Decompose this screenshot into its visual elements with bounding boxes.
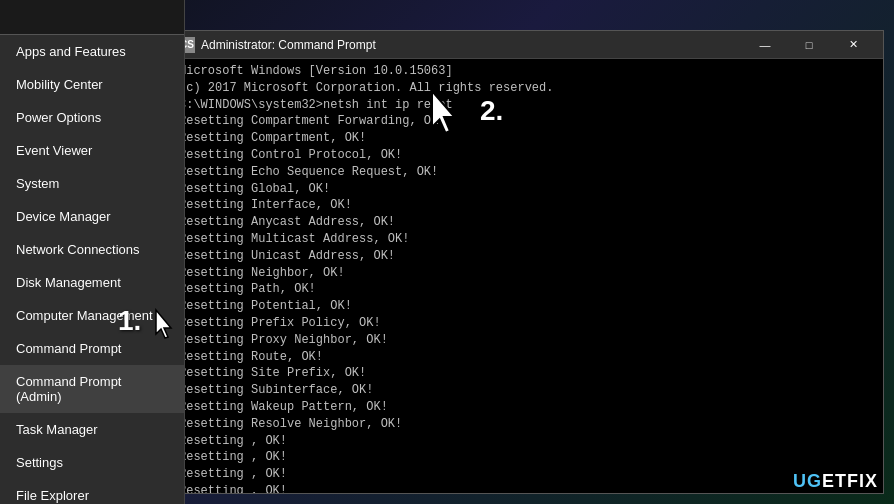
menu-item-label: Mobility Center xyxy=(16,77,103,92)
cmd-line: Resetting Unicast Address, OK! xyxy=(179,248,875,265)
cmd-line: C:\WINDOWS\system32>netsh int ip reset xyxy=(179,97,875,114)
cmd-line: Microsoft Windows [Version 10.0.15063] xyxy=(179,63,875,80)
step-1-label: 1. xyxy=(118,305,141,337)
watermark-prefix: UG xyxy=(793,471,822,491)
cmd-line: Resetting , OK! xyxy=(179,466,875,483)
menu-item[interactable]: Task Manager xyxy=(0,413,184,446)
cmd-line: Resetting , OK! xyxy=(179,449,875,466)
cmd-titlebar: CS Administrator: Command Prompt — □ ✕ xyxy=(171,31,883,59)
cmd-line: Resetting Route, OK! xyxy=(179,349,875,366)
cmd-title: Administrator: Command Prompt xyxy=(201,38,743,52)
maximize-button[interactable]: □ xyxy=(787,31,831,59)
cmd-line: Resetting Control Protocol, OK! xyxy=(179,147,875,164)
cursor-2-icon xyxy=(420,88,468,136)
cmd-line: Resetting Proxy Neighbor, OK! xyxy=(179,332,875,349)
cmd-line: Resetting Path, OK! xyxy=(179,281,875,298)
menu-item-label: Task Manager xyxy=(16,422,98,437)
cmd-window: CS Administrator: Command Prompt — □ ✕ M… xyxy=(170,30,884,494)
menu-item-label: Command Prompt xyxy=(16,341,121,356)
step-2-label: 2. xyxy=(480,95,503,127)
menu-item-label: Device Manager xyxy=(16,209,111,224)
menu-item-label: Settings xyxy=(16,455,63,470)
menu-item-label: File Explorer xyxy=(16,488,89,503)
context-menu: Apps and FeaturesMobility CenterPower Op… xyxy=(0,0,185,504)
watermark-suffix: ETFIX xyxy=(822,471,878,491)
menu-item[interactable]: Settings xyxy=(0,446,184,479)
menu-item-label: Command Prompt (Admin) xyxy=(16,374,168,404)
cursor-1-icon xyxy=(148,308,180,340)
cmd-line: Resetting Echo Sequence Request, OK! xyxy=(179,164,875,181)
cmd-line: Resetting Potential, OK! xyxy=(179,298,875,315)
cmd-line: Resetting Subinterface, OK! xyxy=(179,382,875,399)
cmd-line: Resetting Multicast Address, OK! xyxy=(179,231,875,248)
menu-item[interactable]: Mobility Center xyxy=(0,68,184,101)
cmd-line: (c) 2017 Microsoft Corporation. All righ… xyxy=(179,80,875,97)
cmd-line: Resetting Neighbor, OK! xyxy=(179,265,875,282)
cmd-line: Resetting Interface, OK! xyxy=(179,197,875,214)
cmd-line: Resetting , OK! xyxy=(179,483,875,493)
cmd-line: Resetting Global, OK! xyxy=(179,181,875,198)
menu-item[interactable]: System xyxy=(0,167,184,200)
close-button[interactable]: ✕ xyxy=(831,31,875,59)
menu-item[interactable]: Command Prompt (Admin) xyxy=(0,365,184,413)
cmd-line: Resetting Compartment Forwarding, OK! xyxy=(179,113,875,130)
cmd-line: Resetting Site Prefix, OK! xyxy=(179,365,875,382)
menu-item[interactable]: Power Options xyxy=(0,101,184,134)
menu-item-label: System xyxy=(16,176,59,191)
menu-item-label: Network Connections xyxy=(16,242,140,257)
menu-item[interactable]: Disk Management xyxy=(0,266,184,299)
menu-item-label: Event Viewer xyxy=(16,143,92,158)
menu-item-label: Power Options xyxy=(16,110,101,125)
cmd-controls: — □ ✕ xyxy=(743,31,875,59)
menu-item[interactable]: Device Manager xyxy=(0,200,184,233)
menu-items-list: Apps and FeaturesMobility CenterPower Op… xyxy=(0,35,184,504)
cmd-line: Resetting , OK! xyxy=(179,433,875,450)
menu-item[interactable]: File Explorer xyxy=(0,479,184,504)
cmd-content: Microsoft Windows [Version 10.0.15063](c… xyxy=(171,59,883,493)
menu-item[interactable]: Network Connections xyxy=(0,233,184,266)
cmd-line: Resetting Compartment, OK! xyxy=(179,130,875,147)
watermark: UGETFIX xyxy=(793,471,878,492)
context-menu-header xyxy=(0,0,184,35)
menu-item[interactable]: Apps and Features xyxy=(0,35,184,68)
cmd-line: Resetting Wakeup Pattern, OK! xyxy=(179,399,875,416)
minimize-button[interactable]: — xyxy=(743,31,787,59)
menu-item-label: Apps and Features xyxy=(16,44,126,59)
cmd-line: Resetting Prefix Policy, OK! xyxy=(179,315,875,332)
cmd-line: Resetting Anycast Address, OK! xyxy=(179,214,875,231)
menu-item[interactable]: Event Viewer xyxy=(0,134,184,167)
menu-item-label: Disk Management xyxy=(16,275,121,290)
cmd-line: Resetting Resolve Neighbor, OK! xyxy=(179,416,875,433)
